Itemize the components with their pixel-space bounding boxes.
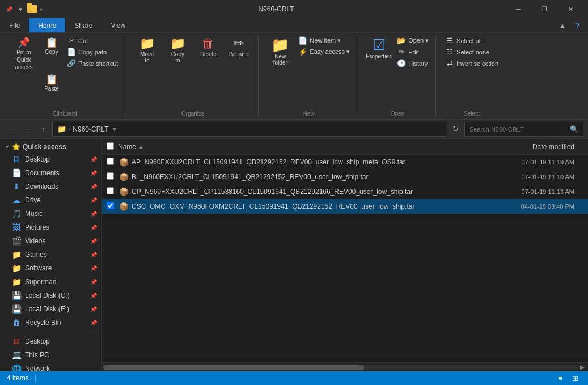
sidebar-item-desktop2[interactable]: 🖥 Desktop <box>0 335 101 348</box>
copy-button[interactable]: 📋 Copy <box>40 35 64 71</box>
copy-path-button[interactable]: 📄 Copy path <box>65 46 120 57</box>
ribbon-collapse-button[interactable]: ▲ <box>556 19 569 32</box>
open-label: Open <box>391 108 404 117</box>
edit-button[interactable]: ✏ Edit <box>395 46 431 57</box>
desktop2-label: Desktop <box>25 337 50 345</box>
paste-shortcut-button[interactable]: 🔗 Paste shortcut <box>65 58 120 69</box>
invert-selection-button[interactable]: ⇄ Invert selection <box>443 58 501 69</box>
hscroll-right-button[interactable]: ▶ <box>578 363 587 372</box>
expand-arrow: ▼ <box>5 144 10 150</box>
search-icon[interactable]: 🔍 <box>570 125 578 133</box>
drive-label: Drive <box>25 196 41 204</box>
details-view-button[interactable]: ≡ <box>554 372 566 384</box>
cut-col: ✂ Cut 📄 Copy path 🔗 Paste shortcut <box>65 35 120 69</box>
move-to-button[interactable]: 📁 Moveto <box>132 35 162 71</box>
open-button[interactable]: 📂 Open ▾ <box>395 35 431 46</box>
ribbon-content: 📌 Pin to Quickaccess 📋 Copy 📋 Paste ✂ Cu… <box>0 33 588 120</box>
drive-sidebar-icon: ☁ <box>11 196 22 205</box>
new-folder-button[interactable]: 📁 Newfolder <box>265 35 295 71</box>
rename-button[interactable]: ✏ Rename <box>224 35 253 71</box>
date-col-label: Date modified <box>532 143 574 151</box>
pin-indicator-software: 📌 <box>90 265 97 272</box>
new-items: 📁 Newfolder 📄 New item ▾ ⚡ Easy access ▾ <box>265 35 352 108</box>
properties-button[interactable]: ☑ Properties <box>364 35 394 71</box>
paste-label: Paste <box>44 86 59 92</box>
thispc-label: This PC <box>25 351 49 359</box>
easy-access-button[interactable]: ⚡ Easy access ▾ <box>296 46 352 57</box>
sidebar-item-games[interactable]: 📁 Games 📌 <box>0 248 101 261</box>
breadcrumb-dropdown[interactable]: ▾ <box>113 125 116 133</box>
file-list-scroll[interactable]: 📦 AP_N960FXXU2CRLT_CL15091941_QB21292152… <box>102 155 588 362</box>
sidebar-item-recycle[interactable]: 🗑 Recycle Bin 📌 <box>0 316 101 329</box>
tab-share[interactable]: Share <box>65 18 101 32</box>
table-row[interactable]: 📦 AP_N960FXXU2CRLT_CL15091941_QB21292152… <box>102 155 588 170</box>
forward-button[interactable]: → <box>20 122 34 136</box>
file-area: Name ▲ Date modified 📦 AP_N960FXXU2CRLT_… <box>102 139 588 371</box>
select-none-label: Select none <box>456 49 489 56</box>
row-checkbox[interactable] <box>107 158 114 165</box>
select-group: ☰ Select all ☱ Select none ⇄ Invert sele… <box>438 35 505 117</box>
tab-view[interactable]: View <box>101 18 134 32</box>
delete-button[interactable]: 🗑 Delete <box>193 35 223 71</box>
table-row[interactable]: 📦 BL_N960FXXU2CRLT_CL15091941_QB21292152… <box>102 170 588 184</box>
back-button[interactable]: ← <box>5 122 18 136</box>
sidebar-quick-access-header[interactable]: ▼ ⭐ Quick access <box>0 141 101 153</box>
title-folder-indicator: ▼ <box>16 5 25 14</box>
localc-label: Local Disk (C:) <box>25 291 70 299</box>
copy-to-button[interactable]: 📁 Copyto <box>163 35 192 71</box>
sidebar-sep-1 <box>5 332 97 332</box>
easy-access-label: Easy access ▾ <box>310 48 350 56</box>
sidebar-item-music[interactable]: 🎵 Music 📌 <box>0 207 101 221</box>
select-none-button[interactable]: ☱ Select none <box>443 46 501 57</box>
breadcrumb[interactable]: 📁 › N960-CRLT ▾ <box>52 122 446 137</box>
large-icons-view-button[interactable]: ⊞ <box>569 372 581 384</box>
paste-button[interactable]: 📋 Paste <box>40 72 64 108</box>
sidebar-item-localc[interactable]: 💾 Local Disk (C:) 📌 <box>0 289 101 302</box>
hscroll-thumb[interactable] <box>103 365 364 370</box>
sidebar-item-desktop[interactable]: 🖥 Desktop 📌 <box>0 153 101 166</box>
sidebar-item-drive[interactable]: ☁ Drive 📌 <box>0 193 101 207</box>
up-button[interactable]: ↑ <box>36 122 50 136</box>
sidebar-item-superman[interactable]: 📁 Superman 📌 <box>0 275 101 289</box>
pin-to-quick-access-button[interactable]: 📌 Pin to Quickaccess <box>9 35 39 73</box>
tab-home[interactable]: Home <box>29 18 65 32</box>
restore-button[interactable]: ❐ <box>531 0 557 18</box>
tab-file[interactable]: File <box>0 18 29 32</box>
hscroll-track[interactable] <box>103 365 578 370</box>
table-row[interactable]: 📦 CP_N960FXXU2CRLT_CP11538160_CL15091941… <box>102 184 588 199</box>
sidebar-item-downloads[interactable]: ⬇ Downloads 📌 <box>0 180 101 193</box>
ribbon-tabs: File Home Share View ▲ ? <box>0 18 588 33</box>
sidebar-item-thispc[interactable]: 💻 This PC <box>0 348 101 362</box>
ribbon-help-button[interactable]: ? <box>571 19 583 32</box>
row-checkbox[interactable] <box>107 202 114 209</box>
file-name: BL_N960FXXU2CRLT_CL15091941_QB21292152_R… <box>129 173 481 181</box>
table-row[interactable]: 📦 CSC_OMC_OXM_N960FOXM2CRLT_CL15091941_Q… <box>102 199 588 214</box>
sidebar-item-documents[interactable]: 📄 Documents 📌 <box>0 166 101 180</box>
thispc-sidebar-icon: 💻 <box>11 350 22 359</box>
row-checkbox-col <box>107 158 118 167</box>
rename-icon: ✏ <box>234 37 244 50</box>
sidebar-item-locale[interactable]: 💾 Local Disk (E:) 📌 <box>0 302 101 316</box>
new-item-button[interactable]: 📄 New item ▾ <box>296 35 352 46</box>
refresh-button[interactable]: ↻ <box>449 122 462 136</box>
sidebar-item-network[interactable]: 🌐 Network <box>0 362 101 371</box>
row-checkbox[interactable] <box>107 187 114 194</box>
window-title: N960-CRLT <box>47 5 505 13</box>
new-item-icon: 📄 <box>298 36 307 45</box>
pin-indicator-games: 📌 <box>90 252 97 258</box>
select-all-checkbox[interactable] <box>107 142 114 150</box>
sidebar-item-pictures[interactable]: 🖼 Pictures 📌 <box>0 221 101 234</box>
select-all-button[interactable]: ☰ Select all <box>443 35 501 46</box>
name-column-header[interactable]: Name ▲ <box>118 143 481 151</box>
sidebar-item-videos[interactable]: 🎬 Videos 📌 <box>0 234 101 248</box>
cut-button[interactable]: ✂ Cut <box>65 35 120 46</box>
close-button[interactable]: ✕ <box>557 0 583 18</box>
sidebar-item-software[interactable]: 📁 Software 📌 <box>0 261 101 275</box>
row-checkbox[interactable] <box>107 172 114 180</box>
minimize-button[interactable]: ─ <box>505 0 531 18</box>
horizontal-scrollbar[interactable]: ▶ <box>102 362 588 371</box>
history-button[interactable]: 🕐 History <box>395 58 431 69</box>
copy-icon: 📋 <box>45 37 58 48</box>
search-input[interactable] <box>469 126 568 133</box>
date-column-header[interactable]: Date modified <box>481 143 583 151</box>
